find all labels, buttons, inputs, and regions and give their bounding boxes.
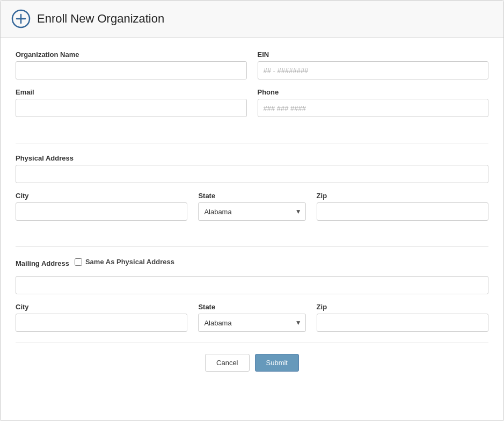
same-as-physical-label[interactable]: Same As Physical Address — [75, 258, 174, 266]
cancel-button[interactable]: Cancel — [205, 354, 249, 372]
group-email: Email — [16, 88, 247, 117]
group-mailing-address — [16, 276, 488, 294]
row-physical-city-state-zip: City State AlabamaAlaskaArizonaArkansasC… — [16, 192, 488, 221]
input-physical-address[interactable] — [16, 165, 488, 183]
group-physical-address: Physical Address — [16, 154, 488, 183]
group-physical-zip: Zip — [317, 192, 488, 221]
select-mailing-state[interactable]: AlabamaAlaskaArizonaArkansasCaliforniaCo… — [198, 314, 305, 332]
label-organization-name: Organization Name — [16, 50, 247, 59]
plus-circle-icon — [11, 9, 31, 28]
row-email-phone: Email Phone — [16, 88, 488, 117]
row-mailing-address — [16, 276, 488, 294]
spacer-2 — [16, 229, 488, 236]
group-phone: Phone — [258, 88, 489, 117]
divider-2 — [16, 246, 488, 247]
label-ein: EIN — [258, 50, 489, 59]
spacer-1 — [16, 126, 488, 132]
input-phone[interactable] — [258, 99, 489, 117]
submit-button[interactable]: Submit — [255, 354, 299, 372]
label-physical-address: Physical Address — [16, 154, 488, 162]
row-mailing-city-state-zip: City State AlabamaAlaskaArizonaArkansasC… — [16, 303, 488, 332]
input-mailing-city[interactable] — [16, 314, 187, 332]
mailing-address-header: Mailing Address Same As Physical Address — [16, 258, 488, 268]
label-mailing-city: City — [16, 303, 187, 311]
label-mailing-address: Mailing Address — [16, 259, 69, 267]
label-phone: Phone — [258, 88, 489, 96]
group-organization-name: Organization Name — [16, 50, 247, 79]
select-wrapper-mailing-state: AlabamaAlaskaArizonaArkansasCaliforniaCo… — [198, 314, 305, 332]
select-physical-state[interactable]: AlabamaAlaskaArizonaArkansasCaliforniaCo… — [198, 202, 305, 221]
group-mailing-city: City — [16, 303, 187, 332]
select-wrapper-physical-state: AlabamaAlaskaArizonaArkansasCaliforniaCo… — [198, 202, 305, 221]
input-email[interactable] — [16, 99, 247, 117]
group-ein: EIN — [258, 50, 489, 79]
input-mailing-zip[interactable] — [317, 314, 488, 332]
input-mailing-address[interactable] — [16, 276, 488, 294]
group-physical-state: State AlabamaAlaskaArizonaArkansasCalifo… — [198, 192, 305, 221]
checkbox-same-as-physical[interactable] — [75, 258, 82, 266]
group-mailing-zip: Zip — [317, 303, 488, 332]
same-as-physical-text: Same As Physical Address — [85, 258, 174, 266]
input-physical-zip[interactable] — [317, 202, 488, 221]
input-ein[interactable] — [258, 61, 489, 79]
label-mailing-zip: Zip — [317, 303, 488, 311]
label-physical-city: City — [16, 192, 187, 200]
divider-1 — [16, 143, 488, 143]
label-mailing-state: State — [198, 303, 305, 311]
label-email: Email — [16, 88, 247, 96]
enroll-organization-modal: Enroll New Organization Organization Nam… — [0, 0, 504, 421]
form-actions: Cancel Submit — [16, 343, 488, 377]
row-org-ein: Organization Name EIN — [16, 50, 488, 79]
form-body: Organization Name EIN Email Phone — [1, 38, 503, 390]
group-mailing-state: State AlabamaAlaskaArizonaArkansasCalifo… — [198, 303, 305, 332]
label-physical-state: State — [198, 192, 305, 200]
input-organization-name[interactable] — [16, 61, 247, 79]
group-physical-city: City — [16, 192, 187, 221]
input-physical-city[interactable] — [16, 202, 187, 221]
label-physical-zip: Zip — [317, 192, 488, 200]
page-title: Enroll New Organization — [37, 12, 164, 26]
row-physical-address-label: Physical Address — [16, 154, 488, 183]
modal-header: Enroll New Organization — [1, 1, 503, 38]
